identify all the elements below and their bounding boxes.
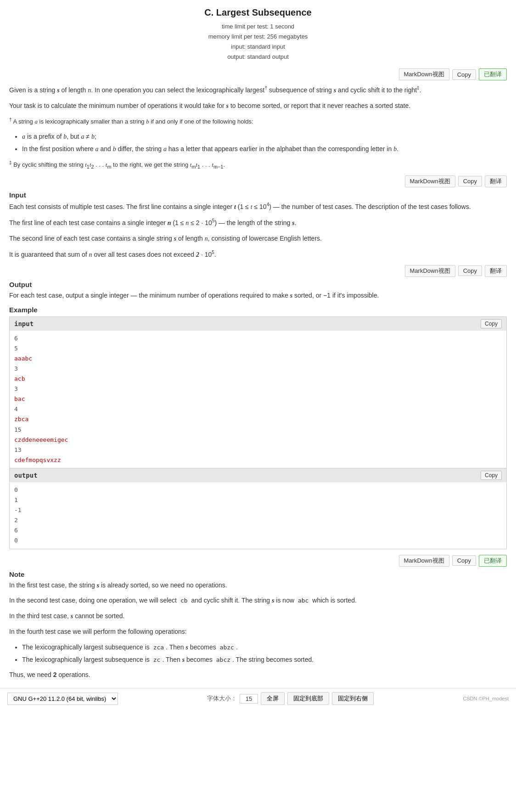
example-input-header: input Copy [10, 317, 506, 331]
markdown-view-btn-2[interactable]: MarkDown视图 [405, 175, 455, 187]
bottom-toolbar: GNU G++20 11.2.0 (64 bit, winlibs) 字体大小：… [0, 688, 516, 709]
markdown-view-btn-1[interactable]: MarkDown视图 [399, 68, 449, 80]
footnote-dagger: † A string a is lexicographically smalle… [9, 116, 507, 127]
copy-output-btn[interactable]: Copy [481, 471, 502, 480]
problem-title: C. Largest Subsequence [9, 7, 507, 18]
example-heading: Example [9, 306, 507, 314]
note-section: In the first test case, the string s is … [9, 580, 507, 637]
copy-input-btn[interactable]: Copy [481, 319, 502, 328]
copy-btn-3[interactable]: Copy [458, 265, 482, 276]
example-output-block: output Copy 0 1 -1 2 6 0 [9, 468, 507, 549]
note-operations-list: The lexicographically largest subsequenc… [22, 642, 507, 665]
toolbar-row-1: MarkDown视图 Copy 已翻译 [9, 68, 507, 80]
example-input-block: input Copy 6 5 aaabc 3 acb 3 bac 4 zbca … [9, 316, 507, 468]
example-output-body: 0 1 -1 2 6 0 [10, 482, 506, 549]
example-output-label: output [14, 472, 38, 479]
markdown-view-btn-3[interactable]: MarkDown视图 [405, 265, 455, 277]
input-section: Each test consists of multiple test case… [9, 201, 507, 260]
note-heading: Note [9, 570, 507, 578]
copy-btn-2[interactable]: Copy [458, 176, 482, 186]
toolbar-row-4: MarkDown视图 Copy 已翻译 [9, 555, 507, 567]
fullscreen-btn[interactable]: 全屏 [261, 692, 285, 705]
translate-btn-2[interactable]: 翻译 [485, 175, 507, 187]
output-section: For each test case, output a single inte… [9, 290, 507, 301]
translated-badge-1: 已翻译 [479, 68, 507, 80]
translated-badge-2: 已翻译 [479, 555, 507, 567]
toolbar-row-3: MarkDown视图 Copy 翻译 [9, 265, 507, 277]
markdown-view-btn-4[interactable]: MarkDown视图 [399, 555, 449, 567]
fix-right-btn[interactable]: 固定到右侧 [332, 692, 374, 705]
toolbar-row-2: MarkDown视图 Copy 翻译 [9, 175, 507, 187]
bottom-left: GNU G++20 11.2.0 (64 bit, winlibs) [7, 693, 118, 705]
font-size-label: 字体大小： [207, 694, 237, 703]
footnote-double-dagger: ‡ By cyclic shifting the string t1t2 . .… [9, 159, 507, 171]
example-output-header: output Copy [10, 468, 506, 482]
language-select[interactable]: GNU G++20 11.2.0 (64 bit, winlibs) [7, 693, 118, 705]
note-conclusion: Thus, we need 2 operations. [9, 670, 507, 681]
output-heading: Output [9, 281, 507, 288]
translate-btn-3[interactable]: 翻译 [485, 265, 507, 277]
problem-statement: Given is a string s of length n. In one … [9, 84, 507, 111]
fix-bottom-btn[interactable]: 固定到底部 [287, 692, 329, 705]
example-input-body: 6 5 aaabc 3 acb 3 bac 4 zbca 15 czddenee… [10, 331, 506, 468]
input-heading: Input [9, 191, 507, 199]
example-input-label: input [14, 320, 34, 327]
bottom-center: 字体大小： 15 全屏 固定到底部 固定到右侧 [207, 692, 374, 705]
problem-meta: time limit per test: 1 second memory lim… [9, 22, 507, 62]
copy-btn-4[interactable]: Copy [452, 555, 476, 566]
watermark: CSDN ©PH_modest [463, 696, 509, 701]
copy-btn-1[interactable]: Copy [452, 69, 476, 80]
font-size-value: 15 [240, 694, 258, 704]
footnote-list: a is a prefix of b, but a ≠ b; In the fi… [22, 131, 507, 155]
